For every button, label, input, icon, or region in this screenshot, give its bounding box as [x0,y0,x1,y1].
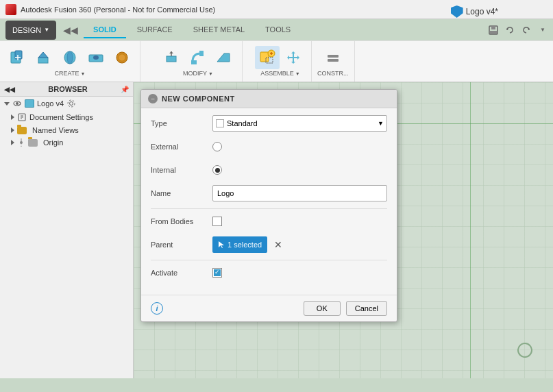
ok-button[interactable]: OK [304,301,341,316]
create-chevron-icon[interactable]: ▼ [80,71,85,76]
collapse-icon [11,114,14,120]
internal-row: Internal [151,162,387,178]
from-bodies-checkbox[interactable] [212,217,222,226]
parent-clear-btn[interactable]: ✕ [271,239,285,250]
footer-buttons: OK Cancel [304,301,387,316]
tab-solid[interactable]: SOLID [84,22,126,38]
info-icon[interactable]: i [151,302,163,315]
logo-title-text: Logo v4* [466,7,498,16]
save-button[interactable] [486,23,501,38]
group-spacer-1 [140,41,154,82]
svg-marker-19 [169,51,173,53]
dialog-body: Type Standard ▼ External [141,108,397,295]
checkbox-check [214,269,221,276]
shield-icon [451,5,463,18]
extrude-btn[interactable] [32,46,56,69]
from-bodies-row: From Bodies [151,213,387,230]
type-row: Type Standard ▼ [151,115,387,132]
svg-rect-33 [328,55,339,58]
modify-chevron-icon[interactable]: ▼ [208,71,213,76]
redo-button[interactable] [519,23,534,38]
constr-group: CONSTR... [312,41,355,82]
external-label: External [151,143,212,151]
browser-panel: ◀◀ BROWSER 📌 Logo v4 [0,82,134,378]
assemble-chevron-icon[interactable]: ▼ [295,71,300,76]
new-component-dialog: – NEW COMPONENT Type Standard ▼ [140,89,397,322]
constr-btn[interactable] [321,46,345,69]
browser-nav-prev[interactable]: ◀◀ [4,86,15,93]
hole-btn[interactable] [84,46,108,69]
quick-access-toolbar: ▼ [486,23,550,38]
press-pull-btn[interactable] [160,46,184,69]
new-component-assemble-btn[interactable] [255,46,280,69]
external-control [212,142,387,151]
group-spacer-2 [243,41,249,82]
svg-rect-9 [38,58,48,63]
expand-icon [4,102,10,106]
tab-surface[interactable]: SURFACE [127,22,182,38]
design-label: DESIGN [12,26,41,34]
browser-pin-icon[interactable]: 📌 [121,86,129,93]
design-dropdown[interactable]: DESIGN ▼ [5,21,56,40]
browser-item-doc-settings[interactable]: Document Settings [0,110,133,124]
browser-title: BROWSER [15,85,121,93]
svg-marker-31 [287,56,289,60]
svg-point-38 [68,100,75,107]
eye-icon [12,99,22,108]
fillet-btn[interactable] [110,46,134,69]
chamfer-btn[interactable] [212,46,236,69]
type-select-icon [216,119,224,127]
svg-marker-32 [297,56,299,60]
new-component-btn[interactable] [5,46,30,69]
canvas-area[interactable]: – NEW COMPONENT Type Standard ▼ [134,82,553,378]
settings-icon[interactable] [66,99,76,108]
parent-selected-btn[interactable]: 1 selected [212,236,267,253]
name-control [212,185,387,201]
svg-rect-23 [260,52,269,62]
internal-radio[interactable] [212,165,222,175]
svg-point-12 [67,51,73,64]
external-row: External [151,138,387,155]
origin-icon [17,138,25,147]
revolve-btn[interactable] [58,46,82,69]
external-radio[interactable] [212,142,222,151]
browser-item-logo[interactable]: Logo v4 [0,97,133,110]
collapse-icon-2 [11,127,14,133]
named-views-label: Named Views [32,126,79,134]
name-input[interactable] [212,185,387,201]
dropdown-arrow[interactable]: ▼ [535,23,550,38]
tab-tools[interactable]: TOOLS [256,22,300,38]
from-bodies-label: From Bodies [151,217,212,225]
component-icon [25,99,34,108]
doc-settings-label: Document Settings [29,113,93,121]
browser-item-logo-label: Logo v4 [37,99,64,108]
separator-2 [151,260,387,260]
activate-checkbox[interactable] [212,268,222,278]
dialog-header: – NEW COMPONENT [141,90,397,108]
fillet-mod-btn[interactable] [186,46,210,69]
canvas-vline [470,82,471,378]
type-select[interactable]: Standard ▼ [212,115,387,132]
browser-item-named-views[interactable]: Named Views [0,124,133,136]
settings-small-icon [17,112,27,122]
nav-arrows: ◀◀ [62,23,79,37]
cursor-icon [218,241,225,249]
svg-rect-21 [199,51,204,56]
browser-item-origin[interactable]: Origin [0,136,133,149]
app-title: Autodesk Fusion 360 (Personal - Not for … [21,5,215,14]
back-arrow[interactable]: ◀◀ [62,23,79,37]
modify-group: MODIFY ▼ [154,41,243,82]
from-bodies-control [212,217,387,226]
svg-rect-34 [328,59,339,62]
cancel-button[interactable]: Cancel [346,301,387,316]
svg-point-36 [16,102,19,105]
dialog-header-icon: – [148,94,158,103]
tab-sheet-metal[interactable]: SHEET METAL [184,22,254,38]
svg-rect-20 [191,60,197,64]
name-label: Name [151,189,212,197]
svg-marker-46 [219,241,224,248]
move-btn[interactable] [281,46,306,69]
origin-folder-icon [28,139,38,147]
svg-rect-2 [490,31,497,34]
undo-button[interactable] [502,23,517,38]
